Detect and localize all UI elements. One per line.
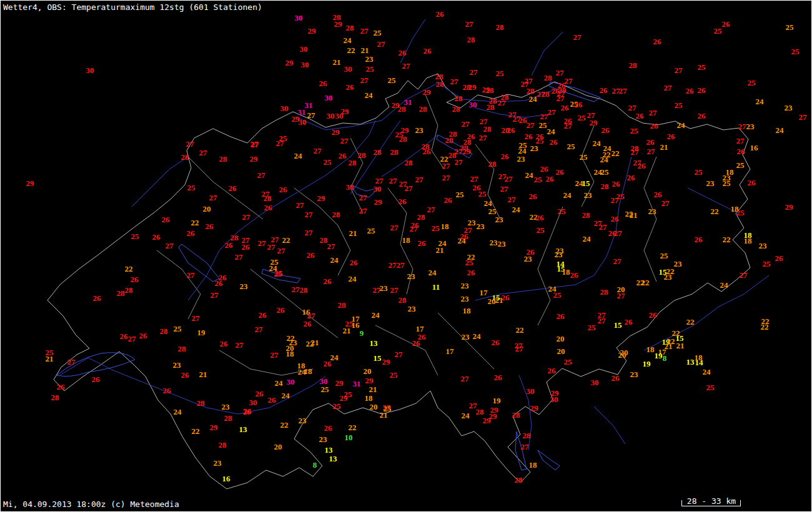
station-temp: 24 xyxy=(473,332,481,340)
station-temp: 28 xyxy=(358,151,366,159)
station-temp: 20 xyxy=(618,351,626,359)
station-temp: 26 xyxy=(548,367,556,375)
station-temp: 27 xyxy=(67,358,76,366)
station-temp: 26 xyxy=(556,168,564,176)
station-temp: 27 xyxy=(647,147,655,155)
station-temp: 26 xyxy=(324,277,332,285)
station-temp: 27 xyxy=(296,201,304,209)
station-temp: 28 xyxy=(399,296,407,304)
station-temp: 11 xyxy=(432,283,440,291)
station-temp: 28 xyxy=(219,441,227,449)
station-temp: 23 xyxy=(674,260,682,268)
station-temp: 27 xyxy=(292,285,300,293)
station-temp: 24 xyxy=(547,127,555,135)
station-temp: 26 xyxy=(279,185,287,194)
station-temp: 23 xyxy=(648,207,656,215)
station-temp: 26 xyxy=(667,132,675,140)
station-temp: 10 xyxy=(345,433,353,441)
station-temp: 27 xyxy=(242,213,250,221)
station-temp: 27 xyxy=(402,62,410,70)
station-temp: 26 xyxy=(120,332,128,340)
station-temp: 25 xyxy=(763,260,771,268)
station-temp: 25 xyxy=(333,402,341,410)
station-temp: 27 xyxy=(276,139,284,147)
station-temp: 26 xyxy=(399,197,407,205)
station-temp: 25 xyxy=(660,252,668,260)
station-temp: 29 xyxy=(210,423,218,431)
station-temp: 23 xyxy=(299,416,307,425)
station-temp: 27 xyxy=(455,158,463,166)
station-temp: 27 xyxy=(442,174,450,182)
station-temp: 26 xyxy=(304,320,312,328)
station-temp: 27 xyxy=(305,229,313,237)
station-temp: 28 xyxy=(390,148,399,156)
station-temp: 25 xyxy=(432,224,440,232)
station-temp: 30 xyxy=(374,185,382,193)
station-temp: 28 xyxy=(452,105,460,113)
station-temp: 29 xyxy=(332,128,340,136)
station-temp: 26 xyxy=(748,179,756,187)
station-temp: 25 xyxy=(736,161,745,169)
station-temp: 22 xyxy=(711,207,719,215)
station-temp: 23 xyxy=(584,191,592,199)
station-temp: 27 xyxy=(360,76,369,84)
station-temp: 18 xyxy=(562,268,570,276)
station-temp: 25 xyxy=(321,385,329,393)
station-temp: 23 xyxy=(408,305,416,313)
station-temp: 26 xyxy=(93,294,101,302)
station-temp: 25 xyxy=(131,232,139,240)
station-temp: 27 xyxy=(360,27,369,35)
station-temp: 27 xyxy=(617,292,625,300)
station-temp: 24 xyxy=(703,368,711,376)
station-temp: 26 xyxy=(611,374,620,382)
station-temp: 25 xyxy=(578,114,586,122)
station-temp: 24 xyxy=(365,91,373,99)
station-temp: 28 xyxy=(197,399,205,407)
station-temp: 27 xyxy=(470,68,478,76)
station-temp: 27 xyxy=(611,196,619,204)
station-temp: 24 xyxy=(600,155,608,164)
station-temp: 23 xyxy=(173,361,181,369)
station-temp: 25 xyxy=(174,325,182,333)
station-temp: 28 xyxy=(582,211,590,219)
station-temp: 25 xyxy=(588,323,596,332)
station-temp: 27 xyxy=(340,137,349,145)
station-temp: 27 xyxy=(479,134,487,142)
station-temp: 19 xyxy=(643,360,651,368)
station-temp: 23 xyxy=(664,273,672,281)
station-temp: 27 xyxy=(199,149,207,157)
scale-indicator: 28 - 33 km xyxy=(681,496,741,507)
station-temp: 28 xyxy=(178,345,186,353)
station-temp: 24 xyxy=(174,408,182,416)
station-temp: 22 xyxy=(347,46,355,54)
station-temp: 26 xyxy=(255,390,264,398)
station-temp: 26 xyxy=(557,312,565,320)
station-temp: 27 xyxy=(251,140,259,149)
station-temp: 17 xyxy=(480,288,488,297)
station-temp: 25 xyxy=(723,179,731,187)
station-temp: 18 xyxy=(286,350,294,358)
station-temp: 18 xyxy=(441,222,449,230)
station-temp: 8 xyxy=(313,461,317,469)
station-temp: 27 xyxy=(461,375,469,383)
station-temp: 25 xyxy=(324,158,332,166)
station-temp: 27 xyxy=(442,162,450,170)
station-temp: 29 xyxy=(341,107,349,116)
station-temp: 24 xyxy=(525,171,533,179)
station-temp: 29 xyxy=(785,203,793,211)
station-temp: 28 xyxy=(332,210,340,219)
station-temp: 27 xyxy=(736,137,745,145)
station-temp: 28 xyxy=(487,103,495,111)
station-temp: 26 xyxy=(698,86,706,94)
station-temp: 26 xyxy=(399,49,407,57)
station-temp: 19 xyxy=(197,328,205,337)
station-temp: 26 xyxy=(346,83,354,91)
station-temp: 23 xyxy=(524,255,532,263)
station-temp: 25 xyxy=(537,226,545,234)
station-temp: 27 xyxy=(619,87,627,95)
station-temp: 29 xyxy=(468,83,477,91)
station-temp: 19 xyxy=(493,396,501,405)
station-temp: 23 xyxy=(498,240,506,248)
station-temp: 28 xyxy=(264,194,272,202)
station-temp: 23 xyxy=(785,104,793,112)
